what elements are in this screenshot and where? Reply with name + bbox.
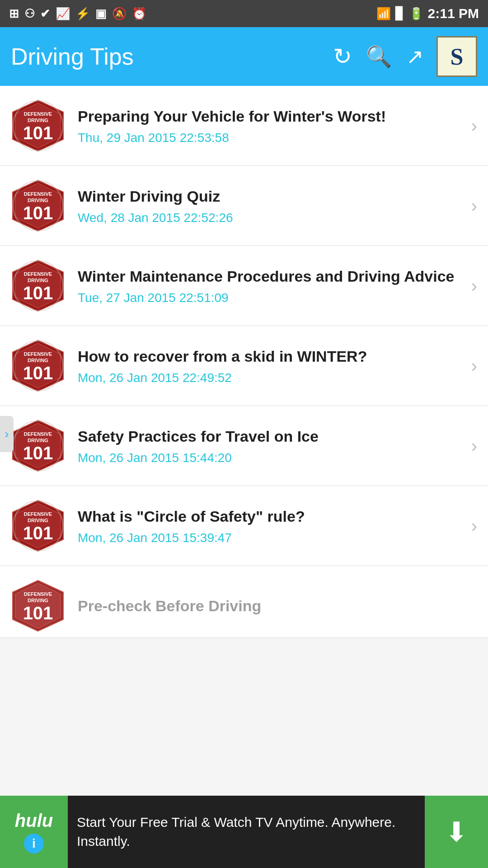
list-item-partial[interactable]: DEFENSIVE DRIVING 101 Pre-check Before D…	[0, 566, 488, 638]
badge-logo: DEFENSIVE DRIVING 101	[11, 419, 65, 473]
item-date: Thu, 29 Jan 2015 22:53:58	[78, 131, 464, 145]
article-list: DEFENSIVE DRIVING 101 Preparing Your Veh…	[0, 86, 488, 638]
svg-text:DRIVING: DRIVING	[28, 518, 48, 523]
status-bar: ⊞ ⚇ ✔ 📈 ⚡ ▣ 🔕 ⏰ 📶 ▊ 🔋 2:11 PM	[0, 0, 488, 27]
usb-icon: ⚇	[24, 7, 35, 21]
svg-text:DRIVING: DRIVING	[28, 278, 48, 283]
svg-text:DRIVING: DRIVING	[28, 358, 48, 363]
svg-text:DRIVING: DRIVING	[28, 198, 48, 203]
ad-download-button[interactable]: ⬇	[425, 796, 488, 868]
svg-text:101: 101	[23, 203, 53, 223]
bluetooth-icon: ⚡	[75, 7, 90, 21]
chart-icon: 📈	[56, 7, 70, 21]
item-title: Winter Maintenance Procedures and Drivin…	[78, 266, 464, 286]
download-icon: ⬇	[445, 816, 468, 848]
svg-text:DEFENSIVE: DEFENSIVE	[24, 431, 52, 437]
item-title: Safety Practices for Travel on Ice	[78, 426, 464, 446]
app-title: Driving Tips	[11, 43, 324, 70]
mute-icon: 🔕	[112, 7, 127, 21]
svg-text:DEFENSIVE: DEFENSIVE	[24, 511, 52, 517]
svg-text:101: 101	[23, 443, 53, 463]
item-title: Pre-check Before Driving	[78, 596, 477, 616]
chevron-right-icon: ›	[471, 356, 477, 376]
item-content: Preparing Your Vehicle for Winter's Wors…	[78, 106, 464, 145]
item-date: Mon, 26 Jan 2015 22:49:52	[78, 371, 464, 385]
chevron-right-icon: ›	[471, 436, 477, 456]
item-title: How to recover from a skid in WINTER?	[78, 346, 464, 366]
nfc-icon: ▣	[95, 7, 107, 21]
svg-text:DEFENSIVE: DEFENSIVE	[24, 111, 52, 117]
badge-logo: DEFENSIVE DRIVING 101	[11, 499, 65, 553]
svg-text:101: 101	[23, 363, 53, 383]
ad-text: Start Your Free Trial & Watch TV Anytime…	[77, 815, 395, 849]
chevron-right-icon: ›	[471, 276, 477, 296]
item-date: Mon, 26 Jan 2015 15:44:20	[78, 451, 464, 465]
svg-text:101: 101	[23, 283, 53, 303]
item-content: Winter Maintenance Procedures and Drivin…	[78, 266, 464, 305]
svg-text:DRIVING: DRIVING	[28, 118, 48, 123]
search-icon: 🔍	[366, 44, 392, 69]
item-content: Pre-check Before Driving	[78, 596, 477, 616]
list-item[interactable]: DEFENSIVE DRIVING 101 Winter Driving Qui…	[0, 166, 488, 246]
item-title: Preparing Your Vehicle for Winter's Wors…	[78, 106, 464, 126]
ad-info-icon: i	[24, 834, 44, 854]
item-title: Winter Driving Quiz	[78, 186, 464, 206]
badge-logo: DEFENSIVE DRIVING 101	[11, 579, 65, 633]
battery-icon: 🔋	[409, 7, 423, 21]
list-item[interactable]: DEFENSIVE DRIVING 101 Safety Practices f…	[0, 406, 488, 486]
side-tab[interactable]: ›	[0, 416, 14, 452]
item-date: Wed, 28 Jan 2015 22:52:26	[78, 211, 464, 225]
svg-text:DRIVING: DRIVING	[28, 438, 48, 443]
item-content: Winter Driving Quiz Wed, 28 Jan 2015 22:…	[78, 186, 464, 225]
item-content: How to recover from a skid in WINTER? Mo…	[78, 346, 464, 385]
refresh-icon: ↻	[333, 43, 352, 70]
share-icon: ↗	[406, 44, 424, 69]
wifi-icon: 📶	[376, 7, 391, 21]
s-button-label: S	[450, 43, 464, 70]
share-button[interactable]: ↗	[397, 38, 433, 75]
signal-icon: ▊	[395, 7, 404, 21]
status-time: 2:11 PM	[428, 6, 479, 21]
svg-text:DEFENSIVE: DEFENSIVE	[24, 351, 52, 357]
s-button[interactable]: S	[436, 36, 477, 77]
ad-banner[interactable]: hulu i Start Your Free Trial & Watch TV …	[0, 796, 488, 868]
item-date: Tue, 27 Jan 2015 22:51:09	[78, 291, 464, 305]
list-item[interactable]: DEFENSIVE DRIVING 101 Winter Maintenance…	[0, 246, 488, 326]
chevron-right-icon: ›	[471, 196, 477, 216]
ad-content: Start Your Free Trial & Watch TV Anytime…	[68, 813, 425, 851]
list-item[interactable]: DEFENSIVE DRIVING 101 Preparing Your Veh…	[0, 86, 488, 166]
ad-logo: hulu i	[0, 796, 68, 868]
list-item[interactable]: DEFENSIVE DRIVING 101 What is "Circle of…	[0, 486, 488, 566]
chevron-right-icon: ›	[471, 116, 477, 136]
svg-text:101: 101	[23, 523, 53, 543]
side-tab-chevron: ›	[5, 427, 9, 441]
svg-text:101: 101	[23, 603, 53, 623]
search-button[interactable]: 🔍	[361, 38, 397, 75]
check-icon: ✔	[40, 7, 50, 21]
svg-text:DEFENSIVE: DEFENSIVE	[24, 271, 52, 277]
list-item[interactable]: DEFENSIVE DRIVING 101 How to recover fro…	[0, 326, 488, 406]
badge-logo: DEFENSIVE DRIVING 101	[11, 339, 65, 393]
info-label: i	[32, 836, 36, 851]
svg-text:DRIVING: DRIVING	[28, 598, 48, 603]
item-title: What is "Circle of Safety" rule?	[78, 506, 464, 526]
item-content: What is "Circle of Safety" rule? Mon, 26…	[78, 506, 464, 545]
badge-logo: DEFENSIVE DRIVING 101	[11, 179, 65, 233]
chevron-right-icon: ›	[471, 516, 477, 536]
badge-logo: DEFENSIVE DRIVING 101	[11, 259, 65, 313]
add-icon: ⊞	[9, 7, 19, 21]
item-content: Safety Practices for Travel on Ice Mon, …	[78, 426, 464, 465]
app-bar: Driving Tips ↻ 🔍 ↗ S	[0, 27, 488, 86]
svg-text:DEFENSIVE: DEFENSIVE	[24, 191, 52, 197]
svg-text:101: 101	[23, 123, 53, 143]
svg-text:DEFENSIVE: DEFENSIVE	[24, 591, 52, 597]
status-icons-right: 📶 ▊ 🔋 2:11 PM	[376, 6, 479, 21]
badge-logo: DEFENSIVE DRIVING 101	[11, 99, 65, 153]
alarm-icon: ⏰	[132, 7, 146, 21]
item-date: Mon, 26 Jan 2015 15:39:47	[78, 531, 464, 545]
status-icons-left: ⊞ ⚇ ✔ 📈 ⚡ ▣ 🔕 ⏰	[9, 7, 146, 21]
refresh-button[interactable]: ↻	[324, 38, 361, 75]
ad-logo-text: hulu	[15, 811, 53, 831]
